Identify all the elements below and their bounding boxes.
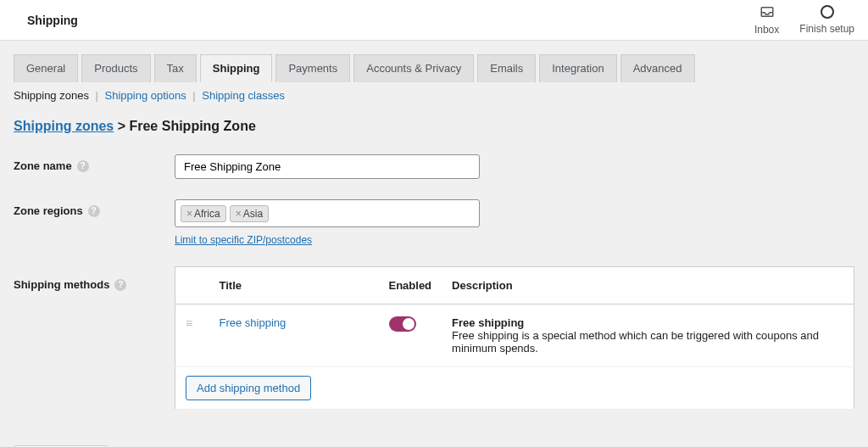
inbox-button[interactable]: Inbox: [754, 4, 779, 36]
breadcrumb: Shipping zones > Free Shipping Zone: [14, 119, 854, 134]
col-enabled: Enabled: [379, 267, 442, 305]
col-title: Title: [209, 267, 379, 305]
drag-handle-icon[interactable]: ≡: [186, 316, 192, 330]
help-icon[interactable]: ?: [114, 279, 126, 291]
tab-emails[interactable]: Emails: [477, 54, 536, 82]
add-shipping-method-button[interactable]: Add shipping method: [186, 376, 311, 400]
col-description: Description: [442, 267, 854, 305]
tab-tax[interactable]: Tax: [154, 54, 197, 82]
zone-regions-input[interactable]: ×Africa ×Asia: [175, 199, 480, 227]
tab-integration[interactable]: Integration: [539, 54, 616, 82]
tab-general[interactable]: General: [14, 54, 78, 82]
help-icon[interactable]: ?: [88, 205, 100, 217]
shipping-methods-label: Shipping methods: [14, 278, 109, 291]
zone-name-label: Zone name: [14, 159, 72, 172]
tab-accounts-privacy[interactable]: Accounts & Privacy: [353, 54, 474, 82]
method-title-link[interactable]: Free shipping: [220, 316, 287, 329]
progress-circle-icon: [799, 5, 854, 21]
finish-setup-label: Finish setup: [799, 23, 854, 35]
breadcrumb-root-link[interactable]: Shipping zones: [14, 119, 114, 133]
page-title: Shipping: [27, 14, 78, 27]
tab-payments[interactable]: Payments: [275, 54, 350, 82]
inbox-label: Inbox: [754, 24, 779, 36]
tab-products[interactable]: Products: [81, 54, 150, 82]
help-icon[interactable]: ?: [77, 160, 89, 172]
method-desc-text: Free shipping is a special method which …: [452, 329, 843, 355]
zip-limit-link[interactable]: Limit to specific ZIP/postcodes: [175, 234, 312, 246]
enabled-toggle[interactable]: [389, 316, 416, 332]
zone-name-input[interactable]: [175, 154, 480, 179]
inbox-icon: [754, 4, 779, 22]
region-tag[interactable]: ×Asia: [230, 205, 269, 222]
shipping-subtabs: Shipping zones | Shipping options | Ship…: [14, 89, 854, 102]
region-tag[interactable]: ×Africa: [181, 205, 226, 222]
zone-regions-label: Zone regions: [14, 204, 83, 217]
settings-tabs: General Products Tax Shipping Payments A…: [14, 54, 854, 82]
finish-setup-button[interactable]: Finish setup: [799, 5, 854, 35]
subtab-options[interactable]: Shipping options: [105, 89, 186, 102]
tab-shipping[interactable]: Shipping: [200, 54, 273, 82]
subtab-classes[interactable]: Shipping classes: [202, 89, 285, 102]
top-bar: Shipping Inbox Finish setup: [0, 0, 868, 41]
breadcrumb-separator: >: [118, 119, 125, 133]
table-row: ≡ Free shipping Free shipping Free shipp…: [175, 305, 854, 367]
method-desc-title: Free shipping: [452, 316, 843, 329]
subtab-zones[interactable]: Shipping zones: [14, 89, 89, 102]
breadcrumb-current: Free Shipping Zone: [129, 119, 255, 133]
tab-advanced[interactable]: Advanced: [620, 54, 695, 82]
shipping-methods-table: Title Enabled Description ≡ Free shippin…: [175, 266, 854, 410]
